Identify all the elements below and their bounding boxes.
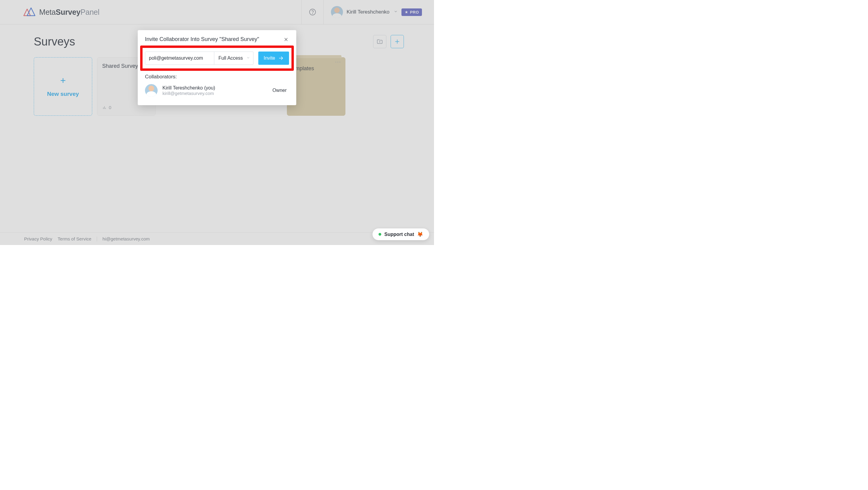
- modal-title: Invite Collaborator Into Survey "Shared …: [145, 36, 259, 42]
- access-level-label: Full Access: [218, 56, 243, 61]
- fox-emoji-icon: 🦊: [417, 232, 423, 237]
- collaborator-role: Owner: [273, 88, 289, 93]
- collaborator-email: kirill@getmetasurvey.com: [162, 91, 215, 96]
- collaborators-heading: Collaborators:: [145, 74, 289, 80]
- invite-button[interactable]: Invite: [258, 52, 289, 65]
- collaborator-avatar: [145, 84, 158, 97]
- chevron-down-icon: [246, 56, 250, 61]
- collaborator-email-input[interactable]: [145, 52, 214, 64]
- access-level-select[interactable]: Full Access: [214, 52, 253, 64]
- close-button[interactable]: [283, 37, 289, 42]
- status-online-icon: [378, 233, 381, 236]
- invite-collaborator-modal: Invite Collaborator Into Survey "Shared …: [138, 30, 296, 105]
- arrow-right-icon: [278, 56, 284, 61]
- invite-form-highlight: Full Access Invite: [140, 45, 294, 71]
- invite-input-group: Full Access: [145, 52, 253, 65]
- close-icon: [284, 37, 288, 42]
- collaborator-row: Kirill Tereshchenko (you) kirill@getmeta…: [145, 84, 289, 97]
- collaborator-info: Kirill Tereshchenko (you) kirill@getmeta…: [162, 85, 215, 96]
- invite-button-label: Invite: [264, 56, 275, 61]
- collaborator-name: Kirill Tereshchenko (you): [162, 85, 215, 91]
- modal-header: Invite Collaborator Into Survey "Shared …: [145, 36, 289, 42]
- support-chat-button[interactable]: Support chat 🦊: [373, 228, 429, 240]
- support-chat-label: Support chat: [384, 232, 414, 237]
